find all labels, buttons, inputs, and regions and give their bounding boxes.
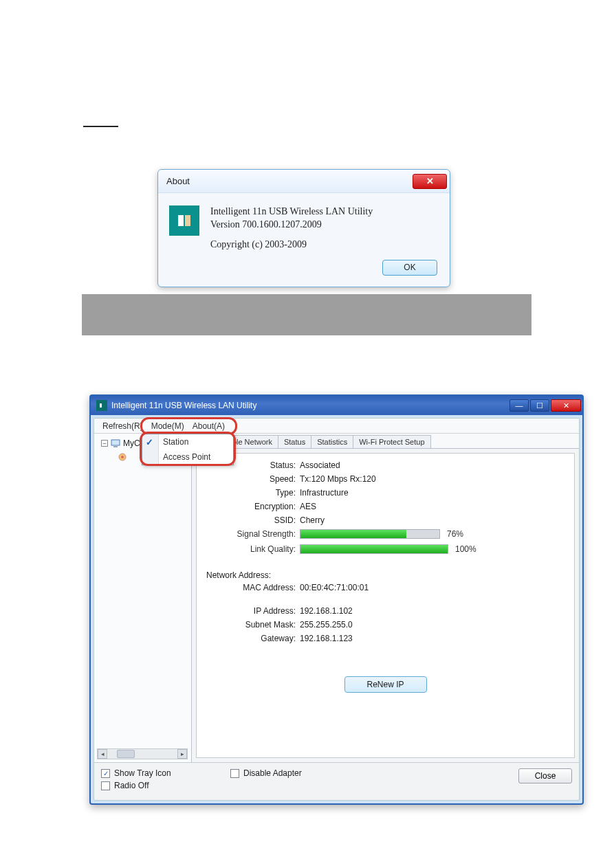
link-row: Link Quality: 100% [206, 544, 564, 554]
encryption-label: Encryption: [206, 502, 296, 511]
footer: ✓ Show Tray Icon Radio Off Disable Adapt… [94, 762, 579, 800]
dropdown-station[interactable]: ✓ Station [142, 434, 233, 449]
speed-value: Tx:120 Mbps Rx:120 [300, 474, 376, 484]
mac-value: 00:E0:4C:71:00:01 [300, 583, 369, 592]
menu-refresh[interactable]: Refresh(R) [98, 420, 147, 432]
checkbox-icon [101, 781, 110, 790]
menu-about[interactable]: About(A) [188, 420, 229, 432]
footer-col2: Disable Adapter [225, 768, 518, 781]
collapse-icon[interactable]: – [101, 440, 108, 447]
renew-ip-button[interactable]: ReNew IP [344, 676, 427, 693]
about-line2: Version 700.1600.1207.2009 [210, 219, 373, 232]
minimize-icon[interactable]: — [509, 399, 529, 412]
scroll-right-icon[interactable]: ▸ [177, 749, 187, 759]
type-value: Infrastructure [300, 488, 349, 498]
show-tray-label: Show Tray Icon [114, 768, 171, 778]
svg-rect-5 [113, 446, 118, 447]
close-icon[interactable]: ✕ [551, 399, 581, 412]
utility-title: Intelligent 11n USB Wireless LAN Utility [111, 401, 509, 410]
ip-label: IP Address: [206, 606, 296, 616]
close-icon[interactable]: ✕ [413, 174, 447, 189]
app-icon [169, 205, 199, 236]
about-title: About [166, 176, 413, 186]
gateway-value: 192.168.1.123 [300, 634, 353, 643]
svg-rect-4 [111, 440, 120, 445]
about-dialog: About ✕ Intelligent 11n USB Wireless LAN… [157, 169, 450, 287]
computer-icon [111, 438, 120, 448]
tabstrip: e Available Network Status Statistics Wi… [192, 434, 579, 449]
status-panel: Status:Associated Speed:Tx:120 Mbps Rx:1… [196, 453, 575, 758]
gateway-label: Gateway: [206, 634, 296, 643]
scroll-left-icon[interactable]: ◂ [98, 749, 107, 759]
svg-point-7 [121, 456, 124, 458]
about-button-row: OK [158, 257, 450, 287]
tab-status[interactable]: Status [278, 435, 311, 448]
tree-pane: – MyC ◂ ▸ [94, 434, 192, 762]
svg-rect-0 [178, 215, 184, 226]
about-text: Intelligent 11n USB Wireless LAN Utility… [210, 205, 373, 252]
dropdown-access-point[interactable]: Access Point [142, 449, 233, 465]
signal-row: Signal Strength: 76% [206, 529, 564, 539]
svg-rect-3 [100, 403, 102, 408]
adapter-icon [118, 452, 127, 462]
utility-inner: Refresh(R) Mode(M) About(A) ✓ Station Ac… [94, 418, 580, 801]
maximize-icon[interactable]: ☐ [530, 399, 549, 412]
tree-root-label: MyC [123, 438, 140, 448]
about-body: Intelligent 11n USB Wireless LAN Utility… [158, 193, 450, 257]
utility-titlebar: Intelligent 11n USB Wireless LAN Utility… [91, 396, 582, 415]
mode-dropdown: ✓ Station Access Point [142, 434, 234, 465]
link-label: Link Quality: [206, 544, 296, 554]
renew-row: ReNew IP [206, 676, 564, 693]
ssid-value: Cherry [300, 515, 325, 525]
dropdown-station-label: Station [163, 437, 188, 447]
dropdown-ap-label: Access Point [163, 452, 210, 462]
status-value: Associated [300, 460, 340, 470]
link-percent: 100% [455, 544, 476, 554]
app-small-icon [96, 400, 107, 411]
disable-adapter-checkbox[interactable]: Disable Adapter [230, 768, 518, 778]
menu-mode[interactable]: Mode(M) [147, 420, 188, 432]
horizontal-rule [83, 126, 118, 127]
scroll-thumb[interactable] [117, 750, 135, 758]
svg-rect-1 [185, 215, 190, 226]
type-label: Type: [206, 488, 296, 498]
show-tray-checkbox[interactable]: ✓ Show Tray Icon [101, 768, 225, 778]
tab-wps[interactable]: Wi-Fi Protect Setup [353, 435, 430, 448]
horizontal-scrollbar[interactable]: ◂ ▸ [97, 748, 188, 759]
window-buttons: — ☐ ✕ [509, 399, 581, 412]
right-pane: e Available Network Status Statistics Wi… [192, 434, 579, 762]
signal-label: Signal Strength: [206, 529, 296, 539]
link-bar [300, 544, 448, 554]
content-area: – MyC ◂ ▸ [94, 434, 579, 762]
encryption-value: AES [300, 502, 316, 511]
tab-statistics[interactable]: Statistics [311, 435, 353, 448]
checkbox-icon: ✓ [101, 769, 110, 778]
signal-bar [300, 529, 440, 539]
ssid-label: SSID: [206, 515, 296, 525]
signal-percent: 76% [447, 529, 463, 539]
menubar: Refresh(R) Mode(M) About(A) ✓ Station Ac… [94, 419, 579, 434]
mac-label: MAC Address: [206, 583, 296, 592]
footer-col1: ✓ Show Tray Icon Radio Off [101, 768, 225, 793]
mask-value: 255.255.255.0 [300, 620, 353, 630]
about-line1: Intelligent 11n USB Wireless LAN Utility [210, 205, 373, 219]
check-icon: ✓ [146, 437, 153, 447]
radio-off-label: Radio Off [114, 781, 149, 790]
network-address-heading: Network Address: [206, 570, 564, 580]
grey-band [82, 294, 531, 335]
about-titlebar: About ✕ [158, 170, 450, 193]
disable-adapter-label: Disable Adapter [243, 768, 302, 778]
ok-button[interactable]: OK [382, 260, 437, 276]
checkbox-icon [230, 769, 239, 778]
speed-label: Speed: [206, 474, 296, 484]
utility-window: Intelligent 11n USB Wireless LAN Utility… [89, 394, 584, 805]
radio-off-checkbox[interactable]: Radio Off [101, 781, 225, 790]
about-line3: Copyright (c) 2003-2009 [210, 238, 373, 252]
close-button[interactable]: Close [518, 768, 572, 783]
ip-value: 192.168.1.102 [300, 606, 353, 616]
mask-label: Subnet Mask: [206, 620, 296, 630]
